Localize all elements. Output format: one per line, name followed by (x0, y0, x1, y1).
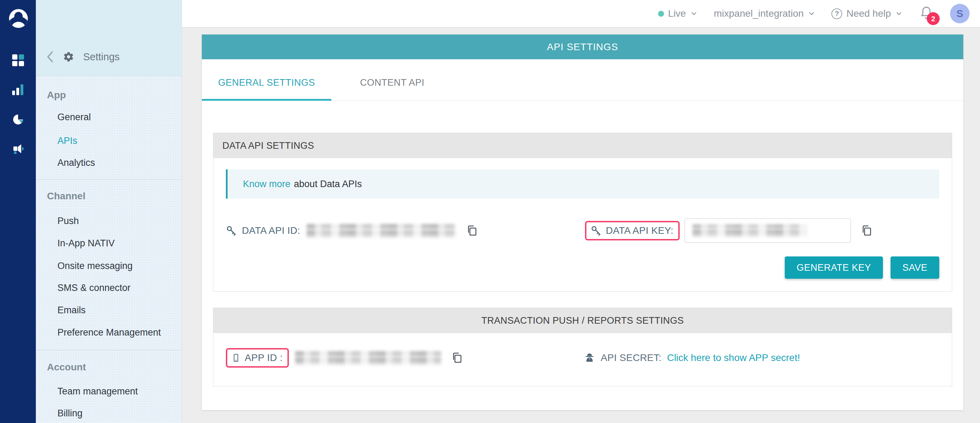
chevron-down-icon (808, 10, 815, 18)
chevron-down-icon (895, 10, 903, 18)
need-help-label: Need help (846, 8, 891, 19)
section-header-account: Account (36, 359, 182, 375)
know-more-callout: Know more about Data APIs (226, 169, 939, 199)
top-bar: Live mixpanel_integration ? Need help 2 … (182, 0, 980, 28)
project-dropdown[interactable]: mixpanel_integration (714, 8, 815, 19)
copy-icon[interactable] (466, 224, 479, 237)
copy-icon[interactable] (861, 224, 873, 237)
brand-logo[interactable] (9, 9, 28, 28)
sidebar-divider (36, 350, 182, 350)
sidebar-title: Settings (83, 51, 120, 63)
data-api-key-label: DATA API KEY: (606, 225, 673, 236)
user-avatar[interactable]: S (950, 4, 970, 23)
sidebar-item-sms[interactable]: SMS & connector (36, 280, 182, 295)
sidebar-item-push[interactable]: Push (36, 213, 182, 228)
megaphone-icon[interactable] (12, 142, 24, 157)
api-secret-field: API SECRET: Click here to show APP secre… (584, 352, 800, 364)
data-api-key-highlight: DATA API KEY: (585, 221, 680, 240)
app-id-highlight: APP ID : (226, 348, 289, 367)
section-header-channel: Channel (36, 188, 182, 204)
tab-bar: GENERAL SETTINGS CONTENT API (202, 59, 963, 101)
know-more-link[interactable]: Know more (243, 179, 291, 190)
environment-dropdown[interactable]: Live (658, 8, 698, 19)
generate-key-button[interactable]: GENERATE KEY (785, 257, 883, 279)
data-api-key-value-redacted (692, 224, 807, 237)
section-header-app: App (36, 88, 182, 103)
settings-sidebar: Settings App General APIs Analytics Chan… (36, 0, 182, 423)
data-api-id-value-redacted (307, 224, 456, 238)
key-icon (226, 225, 237, 236)
help-circle-icon: ? (831, 8, 842, 19)
secret-agent-icon (584, 352, 595, 364)
sidebar-divider (36, 179, 182, 180)
tab-content-api[interactable]: CONTENT API (331, 65, 453, 101)
live-label: Live (668, 8, 686, 19)
gear-icon (63, 51, 74, 62)
data-api-key-field: DATA API KEY: (585, 219, 873, 243)
copy-icon[interactable] (451, 351, 463, 364)
data-api-key-input[interactable] (684, 219, 851, 243)
data-api-id-label: DATA API ID: (242, 225, 300, 236)
sidebar-item-analytics[interactable]: Analytics (36, 155, 182, 171)
live-status-dot (658, 11, 664, 17)
phone-icon (231, 353, 240, 363)
sidebar-item-emails[interactable]: Emails (36, 302, 182, 318)
sidebar-item-general[interactable]: General (36, 109, 182, 125)
transaction-settings-card: TRANSACTION PUSH / REPORTS SETTINGS (213, 308, 952, 386)
dashboard-grid-icon[interactable] (12, 54, 24, 66)
analytics-bars-icon[interactable] (12, 84, 24, 95)
tab-general-settings[interactable]: GENERAL SETTINGS (202, 65, 331, 101)
app-id-field: APP ID : (226, 348, 463, 367)
app-rail (0, 0, 36, 423)
sidebar-item-onsite[interactable]: Onsite messaging (36, 258, 182, 273)
data-api-settings-card: DATA API SETTINGS Know more about Data A… (213, 133, 952, 292)
sidebar-header: Settings (36, 0, 182, 76)
sidebar-menu: App General APIs Analytics Channel Push … (36, 76, 182, 423)
data-api-settings-header: DATA API SETTINGS (213, 133, 952, 158)
project-name: mixpanel_integration (714, 8, 803, 19)
sidebar-item-apis[interactable]: APIs (36, 133, 182, 148)
api-secret-label: API SECRET: (601, 352, 661, 364)
page-title: API SETTINGS (202, 35, 963, 59)
app-id-label: APP ID : (245, 352, 283, 364)
sidebar-item-billing[interactable]: Billing (36, 405, 182, 421)
api-settings-panel: API SETTINGS GENERAL SETTINGS CONTENT AP… (202, 35, 963, 410)
chevron-down-icon (690, 10, 698, 18)
notifications-button[interactable]: 2 (919, 5, 934, 22)
sidebar-item-team[interactable]: Team management (36, 384, 182, 399)
data-api-id-field: DATA API ID: (226, 224, 479, 238)
back-chevron-icon[interactable] (46, 51, 54, 63)
app-id-value-redacted (295, 351, 441, 365)
need-help-menu[interactable]: ? Need help (831, 8, 903, 19)
know-more-text: about Data APIs (294, 179, 362, 190)
key-icon (590, 225, 602, 236)
show-app-secret-link[interactable]: Click here to show APP secret! (667, 352, 800, 364)
notification-badge: 2 (927, 12, 940, 25)
pie-chart-icon[interactable] (12, 113, 24, 127)
save-button[interactable]: SAVE (891, 257, 939, 279)
sidebar-item-preference[interactable]: Preference Management (36, 325, 182, 340)
transaction-settings-header: TRANSACTION PUSH / REPORTS SETTINGS (213, 308, 952, 333)
sidebar-item-inapp[interactable]: In-App NATIV (36, 236, 182, 251)
